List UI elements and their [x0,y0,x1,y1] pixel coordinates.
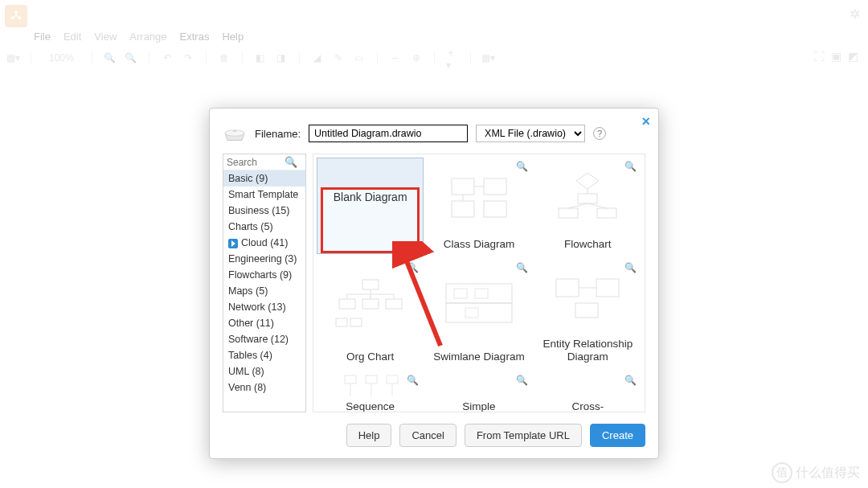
category-venn[interactable]: Venn (8) [223,379,305,396]
modal-overlay: × Filename: XML File (.drawio) ? 🔍 Basic… [0,0,868,488]
svg-rect-29 [446,284,512,303]
magnify-icon[interactable]: 🔍 [516,161,528,172]
category-smart-template[interactable]: Smart Template [223,187,305,203]
magnify-icon[interactable]: 🔍 [407,262,419,273]
svg-rect-22 [336,318,347,326]
svg-rect-23 [350,318,362,326]
svg-rect-38 [345,375,356,383]
category-tables[interactable]: Tables (4) [223,347,305,363]
svg-line-16 [568,203,588,208]
category-cloud[interactable]: Cloud (41) [223,235,305,251]
help-icon[interactable]: ? [593,127,606,140]
svg-rect-14 [597,208,616,218]
svg-rect-12 [578,194,597,203]
svg-rect-33 [465,308,478,318]
category-business[interactable]: Business (15) [223,203,305,219]
format-select[interactable]: XML File (.drawio) [476,125,585,142]
template-cross[interactable]: 🔍 Cross- [534,371,641,412]
svg-rect-6 [484,178,506,195]
svg-rect-20 [362,299,379,309]
template-grid: Blank Diagram 🔍 Class Diagram 🔍 Flowchar… [313,154,645,412]
svg-line-17 [588,203,607,208]
category-maps[interactable]: Maps (5) [223,283,305,299]
category-network[interactable]: Network (13) [223,299,305,315]
svg-rect-40 [387,375,398,383]
watermark: 值 什么值得买 [772,462,860,483]
category-uml[interactable]: UML (8) [223,363,305,379]
svg-rect-35 [596,279,619,297]
template-entity-relationship-diagram[interactable]: 🔍 Entity Relationship Diagram [534,259,641,367]
category-engineering[interactable]: Engineering (3) [223,251,305,267]
svg-rect-21 [386,299,402,309]
help-button[interactable]: Help [346,424,392,447]
category-basic[interactable]: Basic (9) [223,170,305,187]
magnify-icon[interactable]: 🔍 [624,161,637,172]
category-charts[interactable]: Charts (5) [223,219,305,235]
svg-rect-36 [575,303,598,318]
template-blank-diagram[interactable]: Blank Diagram [317,158,424,254]
svg-rect-5 [452,178,474,195]
search-input[interactable] [227,157,285,168]
category-sidebar: 🔍 Basic (9) Smart Template Business (15)… [223,154,306,412]
magnify-icon[interactable]: 🔍 [516,262,528,273]
close-icon[interactable]: × [641,113,650,130]
magnify-icon[interactable]: 🔍 [624,262,637,273]
svg-rect-13 [559,208,578,218]
template-simple[interactable]: 🔍 Simple [425,371,532,412]
svg-rect-34 [556,279,579,297]
filename-label: Filename: [255,128,301,140]
svg-marker-11 [576,173,599,189]
category-software[interactable]: Software (12) [223,331,305,347]
filename-input[interactable] [309,125,468,142]
category-flowcharts[interactable]: Flowcharts (9) [223,267,305,283]
template-org-chart[interactable]: 🔍 Org Chart [317,259,424,367]
template-sequence[interactable]: 🔍 Sequence [317,371,424,412]
svg-rect-4 [233,131,237,133]
template-flowchart[interactable]: 🔍 Flowchart [534,158,641,254]
svg-rect-19 [339,299,355,309]
template-class-diagram[interactable]: 🔍 Class Diagram [425,158,532,254]
svg-rect-31 [454,289,467,298]
magnify-icon[interactable]: 🔍 [624,375,637,386]
svg-rect-39 [366,375,377,383]
category-other[interactable]: Other (11) [223,315,305,331]
svg-rect-32 [475,289,488,298]
template-swimlane-diagram[interactable]: 🔍 Swimlane Diagram [425,259,532,367]
new-diagram-dialog: × Filename: XML File (.drawio) ? 🔍 Basic… [209,108,659,459]
svg-rect-7 [452,201,474,217]
from-template-url-button[interactable]: From Template URL [465,424,582,447]
play-icon [228,239,238,248]
svg-rect-18 [362,280,379,289]
svg-rect-30 [446,303,512,322]
magnify-icon[interactable]: 🔍 [516,375,528,386]
magnify-icon[interactable]: 🔍 [407,375,419,386]
cancel-button[interactable]: Cancel [399,424,456,447]
svg-rect-8 [484,201,506,217]
create-button[interactable]: Create [590,424,645,447]
disk-icon [223,121,247,146]
search-icon[interactable]: 🔍 [285,156,297,168]
